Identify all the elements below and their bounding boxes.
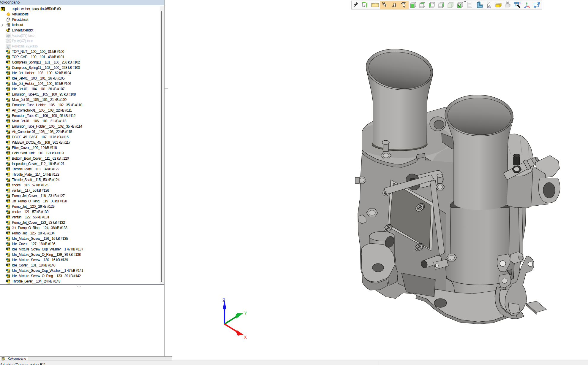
svg-text:X: X xyxy=(244,334,247,339)
svg-text:Y: Y xyxy=(244,310,247,315)
svg-text:Z: Z xyxy=(222,297,225,302)
